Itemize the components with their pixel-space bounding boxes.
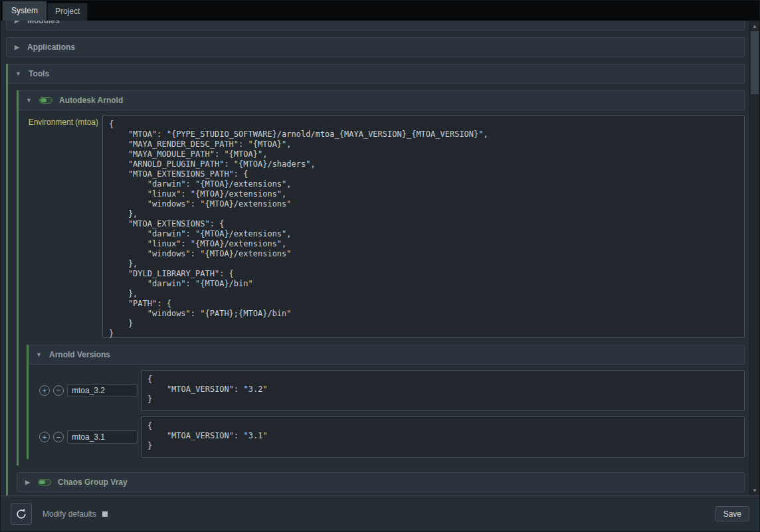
save-button[interactable]: Save [715, 506, 749, 521]
chevron-right-icon: ▶ [13, 44, 21, 50]
scroll-down-icon[interactable]: ▼ [750, 486, 759, 495]
section-header-chaos-group-vray[interactable]: ▶ Chaos Group Vray [17, 472, 745, 492]
enabled-toggle-icon[interactable] [38, 479, 51, 486]
remove-version-button[interactable]: − [53, 432, 64, 442]
arnold-versions-body: + − { "MTOA_VERSION": "3.2" } + − { [29, 370, 745, 459]
section-title-tools: Tools [29, 69, 49, 78]
scrollbar-thumb[interactable] [751, 31, 759, 94]
tools-body: ▼ Autodesk Arnold Environment (mtoa) { "… [8, 84, 745, 495]
version-key-input[interactable] [67, 430, 138, 444]
remove-version-button[interactable]: − [53, 385, 64, 396]
refresh-icon [15, 508, 27, 520]
main-tab-bar: System Project [1, 1, 759, 21]
chevron-down-icon: ▼ [15, 70, 22, 77]
section-title-applications: Applications [27, 43, 75, 52]
section-header-tools[interactable]: ▼ Tools [8, 64, 745, 84]
section-title-autodesk-arnold: Autodesk Arnold [59, 96, 123, 105]
tab-project[interactable]: Project [47, 3, 88, 21]
version-row: + − { "MTOA_VERSION": "3.2" } [39, 370, 745, 411]
version-row: + − { "MTOA_VERSION": "3.1" } [39, 416, 745, 458]
add-version-button[interactable]: + [39, 385, 50, 396]
section-header-applications[interactable]: ▶ Applications [6, 37, 745, 57]
arnold-body: Environment (mtoa) { "MTOA": "{PYPE_STUD… [19, 110, 745, 466]
scroll-up-icon[interactable]: ▲ [750, 21, 759, 31]
section-header-autodesk-arnold[interactable]: ▼ Autodesk Arnold [19, 90, 745, 110]
chevron-down-icon: ▼ [25, 97, 33, 104]
environment-row: Environment (mtoa) { "MTOA": "{PYPE_STUD… [27, 115, 745, 338]
chevron-right-icon: ▶ [24, 479, 31, 486]
section-autodesk-arnold: ▼ Autodesk Arnold Environment (mtoa) { "… [17, 90, 745, 466]
version-key-input[interactable] [67, 384, 138, 397]
environment-label: Environment (mtoa) [27, 115, 102, 338]
tab-system[interactable]: System [2, 1, 47, 21]
version-json-textarea[interactable]: { "MTOA_VERSION": "3.1" } [141, 416, 745, 458]
settings-scroll-area: ▶ Modules ▶ Applications ▼ Tools ▼ Autod… [1, 21, 749, 495]
modify-defaults-label: Modify defaults [43, 509, 96, 519]
version-json-textarea[interactable]: { "MTOA_VERSION": "3.2" } [141, 370, 745, 411]
refresh-button[interactable] [11, 503, 32, 525]
add-version-button[interactable]: + [39, 432, 50, 442]
vertical-scrollbar[interactable]: ▲ ▼ [749, 21, 759, 495]
section-title-modules: Modules [27, 21, 60, 25]
environment-json-textarea[interactable]: { "MTOA": "{PYPE_STUDIO_SOFTWARE}/arnold… [102, 115, 745, 338]
section-tools: ▼ Tools ▼ Autodesk Arnold Environment (m… [6, 64, 745, 495]
section-header-modules[interactable]: ▶ Modules [6, 21, 745, 31]
footer-bar: Modify defaults Save [1, 495, 759, 531]
chevron-right-icon: ▶ [13, 21, 21, 24]
section-title-chaos-group-vray: Chaos Group Vray [58, 478, 128, 487]
section-arnold-versions: ▼ Arnold Versions + − { "MTOA_VERSION": … [27, 345, 745, 459]
chevron-down-icon: ▼ [35, 351, 43, 358]
enabled-toggle-icon[interactable] [39, 97, 52, 104]
modify-defaults-checkbox[interactable] [102, 511, 108, 517]
section-title-arnold-versions: Arnold Versions [49, 350, 110, 359]
section-header-arnold-versions[interactable]: ▼ Arnold Versions [29, 345, 745, 365]
